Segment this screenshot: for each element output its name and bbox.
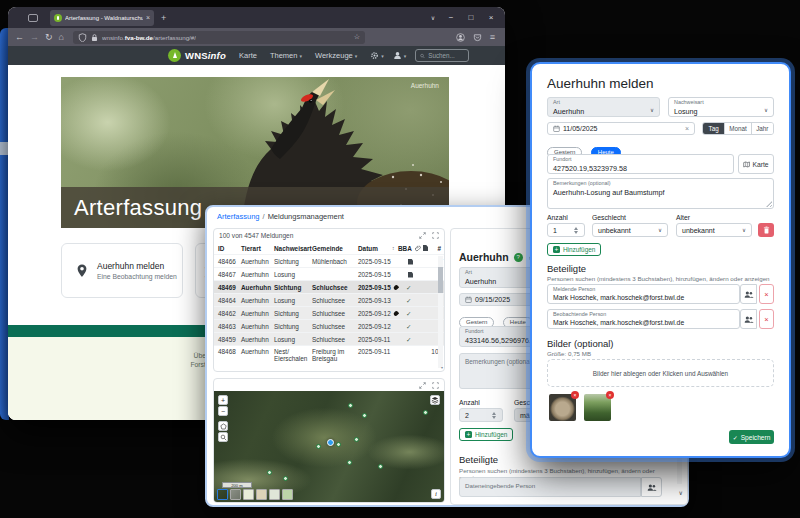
resize-handle[interactable] [766,201,772,207]
basemap-thumbnail[interactable] [282,489,293,500]
table-row[interactable]: 48464AuerhuhnLosungSchluchsee2025-09-131 [214,293,444,306]
account-icon[interactable] [456,33,465,42]
remove-bild-icon[interactable]: × [606,391,614,399]
browser-titlebar: Arterfassung - Waldnaturschutz × + ∨ − □… [8,7,505,28]
table-row[interactable]: 48463AuerhuhnSichtungSchluchsee2025-09-1… [214,319,444,332]
remove-bild-icon[interactable]: × [571,391,579,399]
scroll-down-icon[interactable]: ∨ [679,489,683,496]
anzahl-stepper[interactable]: 1 [547,223,585,237]
speichern-button[interactable]: Speichern [729,430,774,444]
basemap-thumbnail[interactable] [256,489,267,500]
delete-individuum-button[interactable] [758,223,774,237]
hinzufuegen-button[interactable]: + Hinzufügen [547,243,601,256]
bild-thumbnail[interactable]: × [584,394,611,421]
bilder-dropzone[interactable]: Bilder hier ablegen oder Klicken und Aus… [547,359,774,387]
save-to-pocket-icon[interactable] [473,33,482,42]
browser-tab[interactable]: Arterfassung - Waldnaturschutz × [50,10,154,26]
basemap-thumbnail[interactable] [269,489,280,500]
monat-segment[interactable]: Monat [724,123,750,134]
fullscreen-icon[interactable] [432,232,439,239]
tag-segment[interactable]: Tag [703,123,724,134]
map-marker[interactable] [283,476,288,481]
layers-button[interactable] [430,395,440,405]
karte-button[interactable]: Karte [738,154,774,174]
detail-hinzufuegen-button[interactable]: + Hinzufügen [459,428,513,441]
alter-select[interactable]: unbekannt∨ [676,223,752,237]
reload-icon[interactable]: ↻ [45,33,53,42]
bild-thumbnail[interactable]: × [549,394,576,421]
map-info-button[interactable]: i [431,489,441,499]
search-input[interactable] [428,52,464,59]
remove-person-button[interactable]: × [759,309,774,329]
map-marker[interactable] [267,470,272,475]
back-icon[interactable]: ← [15,33,24,42]
clear-date-icon[interactable]: × [685,125,689,132]
breadcrumb-link[interactable]: Arterfassung [217,212,260,221]
table-scrollbar[interactable] [438,256,443,368]
nav-werkzeuge[interactable]: Werkzeuge [315,51,357,60]
table-row[interactable]: 48467AuerhuhnLosung2025-09-151 [214,267,444,280]
forward-icon[interactable]: → [30,33,39,42]
map-zoom-in-button[interactable]: + [218,395,228,405]
datum-input[interactable]: 11/05/2025 × [547,122,695,135]
nav-themen[interactable]: Themen [270,51,302,60]
map-marker[interactable] [378,464,383,469]
table-row-selected[interactable]: 48469AuerhuhnSichtungSchluchsee2025-09-1… [214,280,444,293]
jahr-segment[interactable]: Jahr [751,123,773,134]
window-close-button[interactable]: × [481,13,501,22]
basemap-thumbnail[interactable] [230,489,241,500]
bemerkungen-textarea[interactable]: Bemerkungen (optional) Auerhuhn-Losung a… [547,178,774,209]
map-zoom-out-button[interactable]: − [218,406,228,416]
nav-karte[interactable]: Karte [239,51,257,60]
home-icon[interactable]: ⌂ [59,33,64,42]
new-tab-button[interactable]: + [161,13,166,23]
user-icon[interactable] [393,51,407,60]
meldende-person-field[interactable]: Meldende Person Mark Hoschek, mark.hosch… [547,284,740,304]
map-marker[interactable] [348,403,353,408]
beobachtende-person-field[interactable]: Beobachtende Person Mark Hoschek, mark.h… [547,309,740,329]
map-marker[interactable] [354,437,359,442]
nachweisart-select[interactable]: Nachweisart Losung∨ [668,97,774,117]
expand-arrows-icon[interactable] [419,232,426,239]
menu-icon[interactable]: ≡ [490,33,495,42]
map-marker[interactable] [336,442,341,447]
map-marker[interactable] [423,410,428,415]
map-marker[interactable] [347,460,352,465]
map-marker[interactable] [316,444,321,449]
bookmark-star-icon[interactable]: ☆ [354,33,360,41]
fullscreen-icon[interactable] [432,382,439,389]
table-row[interactable]: 48466AuerhuhnSichtungMühlenbach2025-09-1… [214,254,444,267]
table-row[interactable]: 48459AuerhuhnLosungSchluchsee2025-09-111 [214,332,444,345]
map-canvas[interactable]: + − 200 m [214,391,444,502]
zoom-to-feature-button[interactable] [218,432,228,442]
fundort-field[interactable]: Fundort 427520.19,5323979.58 [547,154,734,174]
firefox-view-icon[interactable] [28,14,38,22]
person-search-button[interactable] [641,477,662,497]
scroll-down-icon[interactable]: ▾ [441,366,443,370]
polygon-tool-button[interactable] [218,421,228,431]
person-search-button[interactable] [740,309,757,329]
map-marker-selected[interactable] [327,439,334,446]
site-search[interactable] [415,49,469,62]
basemap-thumbnail[interactable] [217,489,228,500]
table-row[interactable]: 48462AuerhuhnSichtungSchluchsee2025-09-1… [214,306,444,319]
basemap-thumbnail[interactable] [243,489,254,500]
tab-close-icon[interactable]: × [146,14,150,21]
help-badge-icon[interactable]: ? [514,253,523,262]
url-bar[interactable]: wnsinfo.fva-bw.de/arterfassung/#/ ☆ [73,31,365,44]
remove-person-button[interactable]: × [759,284,774,304]
wnsinfo-brand[interactable]: WNSinfo [168,49,226,62]
expand-arrows-icon[interactable] [419,382,426,389]
maximize-button[interactable]: □ [461,13,481,22]
table-row[interactable]: 48468AuerhuhnNest/ EierschalenFreiburg i… [214,345,444,369]
tracking-shield-icon[interactable] [78,33,87,42]
art-select[interactable]: Art Auerhuhn∨ [547,97,660,117]
minimize-button[interactable]: − [441,13,461,22]
geschlecht-select[interactable]: unbekannt∨ [592,223,668,237]
settings-gear-icon[interactable] [370,51,384,60]
person-search-button[interactable] [740,284,757,304]
map-marker[interactable] [362,413,367,418]
tab-list-chevron-icon[interactable]: ∨ [425,14,441,21]
detail-person-field[interactable]: Dateneingebende Person [459,477,641,497]
card-auerhuhn-melden[interactable]: Auerhuhn melden Eine Beobachtung melden [61,243,183,298]
